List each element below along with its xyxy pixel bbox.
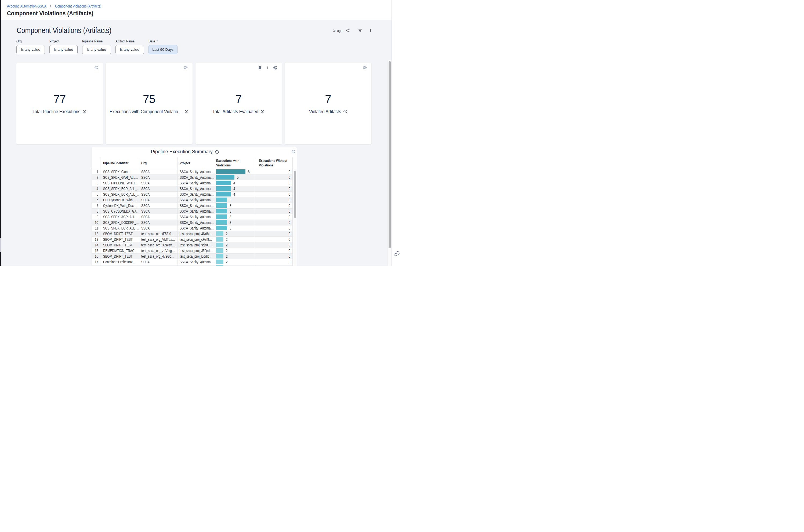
violations-bar[interactable]: [216, 237, 223, 242]
column-header-project[interactable]: Project: [177, 157, 216, 169]
chat-icon[interactable]: [394, 251, 400, 257]
cell-pipeline: SCS_SPDX_Clone: [100, 169, 139, 174]
violations-bar[interactable]: [216, 265, 223, 266]
violations-bar[interactable]: [216, 209, 227, 213]
table-row: 6CD_CycloneDX_With_…SSCASSCA_Sanity_Auto…: [92, 197, 293, 203]
more-options-button[interactable]: [368, 28, 373, 33]
globe-icon[interactable]: [184, 65, 188, 70]
violations-bar[interactable]: [216, 186, 231, 191]
table-row: 9SCS_SPDX_ACR_ALL…SSCASSCA_Sanity_Automa…: [92, 214, 293, 220]
cell-project: SSCA_Sanity_Automa…: [177, 186, 216, 191]
cell-with-violations: 2: [216, 242, 254, 248]
alert-bell-plus-icon[interactable]: [258, 65, 262, 70]
info-icon[interactable]: [185, 110, 189, 114]
column-header-pipeline[interactable]: Pipeline Identifier: [100, 157, 139, 169]
cell-with-violations: 3: [216, 220, 254, 225]
table-title: Pipeline Execution Summary: [151, 149, 213, 155]
breadcrumb: Account: Automation-SSCA Component Viola…: [7, 3, 101, 9]
filter-value-chip[interactable]: is any value: [115, 45, 144, 55]
table-row: 13SBOM_DRIFT_TESTtest_ssca_org_VMTLz…tes…: [92, 237, 293, 242]
column-header-with-violations[interactable]: Executions withViolations: [216, 157, 254, 169]
globe-icon[interactable]: [273, 65, 277, 70]
violations-bar-value: 3: [230, 209, 231, 213]
cell-without-violations: 0: [254, 226, 293, 231]
filter-group-artifact-name: Artifact Nameis any value: [115, 39, 144, 55]
violations-bar[interactable]: [216, 260, 223, 264]
filter-bar: Orgis any valueProjectis any valuePipeli…: [16, 39, 177, 55]
cell-pipeline: SBOM_DRIFT_TEST: [100, 242, 139, 248]
cell-row-index: 6: [92, 197, 100, 203]
right-gutter: [392, 0, 402, 266]
stat-card: 77Total Pipeline Executions: [16, 62, 103, 145]
violations-bar[interactable]: [216, 214, 227, 219]
cell-without-violations: 0: [254, 248, 293, 253]
table-row: 5SCS_SPDX_ECR_ALL_…SSCASSCA_Sanity_Autom…: [92, 192, 293, 197]
violations-bar[interactable]: [216, 197, 227, 202]
cell-row-index: 13: [92, 237, 100, 242]
violations-bar[interactable]: [216, 169, 245, 174]
stat-value: 7: [236, 93, 242, 105]
cell-row-index: 2: [92, 175, 100, 180]
violations-bar[interactable]: [216, 175, 235, 179]
violations-bar-value: 4: [233, 192, 235, 196]
cell-pipeline: SCS_SPDX_ECR_ALL_…: [100, 226, 139, 231]
violations-bar[interactable]: [216, 220, 227, 225]
violations-bar-value: 2: [226, 249, 227, 253]
globe-icon[interactable]: [363, 65, 367, 70]
cell-without-violations: 0: [254, 169, 293, 174]
violations-bar-value: 4: [233, 181, 235, 185]
cell-project: test_ssca_proj_4N6M…: [177, 231, 216, 236]
info-icon[interactable]: [215, 150, 219, 154]
stat-value: 7: [325, 93, 331, 105]
violations-bar[interactable]: [216, 203, 227, 208]
violations-bar[interactable]: [216, 180, 231, 185]
violations-bar[interactable]: [216, 231, 223, 236]
tile-more-options-icon[interactable]: [266, 66, 269, 70]
page-scrollbar-thumb[interactable]: [389, 61, 391, 248]
filter-group-date: Date*Last 90 Days: [149, 39, 177, 55]
violations-bar[interactable]: [216, 254, 223, 259]
stat-label: Total Pipeline Executions: [33, 109, 80, 115]
violations-bar[interactable]: [216, 226, 227, 230]
violations-bar[interactable]: [216, 192, 231, 196]
stat-label-row: Violated Artifacts: [309, 109, 348, 115]
breadcrumb-account-link[interactable]: Account: Automation-SSCA: [7, 4, 46, 8]
required-asterisk: *: [156, 39, 158, 43]
filter-label-text: Pipeline Name: [82, 39, 102, 43]
violations-bar[interactable]: [216, 243, 223, 247]
cell-with-violations: 2: [216, 259, 254, 265]
globe-icon[interactable]: [292, 150, 296, 154]
cell-row-index: 17: [92, 259, 100, 265]
globe-icon[interactable]: [94, 65, 98, 70]
refresh-button[interactable]: [345, 28, 351, 33]
cell-pipeline: SCS_CYCLONEDX_GA…: [100, 209, 139, 214]
filter-label-text: Artifact Name: [115, 39, 134, 43]
filters-button[interactable]: [357, 28, 363, 33]
column-header-without-violations[interactable]: Executions WithoutViolations: [254, 157, 293, 169]
filter-value-chip[interactable]: is any value: [16, 45, 45, 55]
violations-bar[interactable]: [216, 248, 223, 253]
cell-org: SSCA: [139, 197, 177, 203]
cell-row-index: 9: [92, 214, 100, 220]
cell-without-violations: 0: [254, 242, 293, 248]
table-scrollbar-thumb[interactable]: [294, 171, 297, 218]
info-icon[interactable]: [343, 110, 348, 114]
info-icon[interactable]: [261, 110, 265, 114]
filter-value-chip[interactable]: Last 90 Days: [149, 45, 177, 55]
violations-bar-value: 2: [226, 265, 227, 266]
cell-project: SSCA_Sanity_Automa…: [177, 197, 216, 203]
page-scrollbar: [387, 60, 392, 266]
filter-value-chip[interactable]: is any value: [50, 45, 78, 55]
info-icon[interactable]: [82, 110, 87, 114]
chevron-right-icon: [49, 4, 52, 7]
cell-project: SSCA_Sanity_Automa…: [177, 226, 216, 231]
violations-bar-value: 8: [248, 170, 249, 174]
cell-without-violations: 0: [254, 254, 293, 259]
filter-value-chip[interactable]: is any value: [82, 45, 111, 55]
breadcrumb-page-link[interactable]: Component Violations (Artifacts): [55, 4, 101, 8]
cell-org: SSCA: [139, 169, 177, 174]
cell-row-index: 7: [92, 203, 100, 208]
cell-org: test_ssca_org_tF5Zf0…: [139, 231, 177, 236]
column-header-org[interactable]: Org: [139, 157, 177, 169]
filter-group-pipeline-name: Pipeline Nameis any value: [82, 39, 111, 55]
